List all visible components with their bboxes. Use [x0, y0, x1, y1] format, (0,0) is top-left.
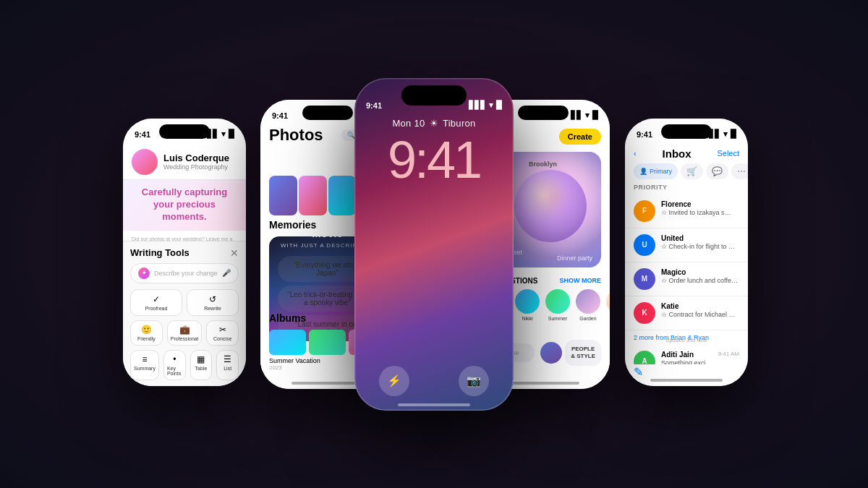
lock-bottom-buttons: ⚡ 📷 [354, 366, 514, 396]
writing-screen: 9:41 ▋▋ ▾ ▉ Luis Coderque Wedding Photog… [123, 119, 246, 386]
back-button[interactable]: ‹ [634, 149, 637, 158]
notch [159, 124, 210, 139]
flashlight-button[interactable]: ⚡ [379, 366, 409, 396]
ai-spark-icon: ✦ [138, 267, 150, 279]
people-style-label: PEOPLE & STYLE [571, 346, 595, 359]
flashlight-icon: ⚡ [387, 374, 401, 388]
mail-item-katie[interactable]: K Katie ☆ Contract for Michael Robinson'… [625, 296, 748, 330]
status-time: 9:41 [135, 130, 150, 139]
priority-label: PRIORITY [634, 184, 668, 191]
people-style-button[interactable]: PEOPLE & STYLE [565, 340, 601, 365]
concise-icon: ✂ [219, 325, 226, 335]
rewrite-icon: ↺ [209, 294, 216, 304]
friendly-icon: 🙂 [141, 325, 152, 335]
mail-item-florence[interactable]: F Florence ☆ Invited to Izakaya soft ope… [625, 194, 748, 228]
lock-screen: 9:41 ▋▋▋ ▾ ▉ Mon 10 ☀ Tiburon 9:41 ⚡ [354, 78, 514, 411]
proofread-icon: ✓ [153, 294, 160, 304]
avatar-fantasy: Fantasy [606, 289, 610, 321]
compose-icon[interactable]: ✎ [634, 365, 643, 379]
rewrite-button[interactable]: ↺ Rewrite [187, 289, 239, 316]
mail-tabs: 👤 Primary 🛒 💬 ⋯ [625, 163, 748, 179]
avatar-circle-summer[interactable] [545, 289, 570, 314]
avatar-label-garden: Garden [579, 316, 596, 321]
tab-shopping[interactable]: 🛒 [681, 163, 703, 179]
tab-primary[interactable]: 👤 Primary [634, 163, 678, 179]
mic-icon[interactable]: 🎤 [222, 269, 231, 277]
wifi-icon: ▾ [489, 100, 493, 110]
wt-input[interactable]: ✦ Describe your change 🎤 [130, 263, 239, 283]
professional-label: Professional [171, 336, 199, 341]
writing-tools-panel: Writing Tools ✕ ✦ Describe your change 🎤… [123, 241, 246, 386]
close-icon[interactable]: ✕ [230, 247, 239, 259]
camera-button[interactable]: 📷 [459, 366, 489, 396]
proofread-button[interactable]: ✓ Proofread [130, 289, 182, 316]
phone-writing-tools: 9:41 ▋▋ ▾ ▉ Luis Coderque Wedding Photog… [123, 119, 246, 386]
album-thumb-2 [309, 330, 346, 355]
sender-united: United [661, 234, 739, 242]
writing-tools-title: Writing Tools [130, 247, 190, 258]
summary-button[interactable]: ≡ Summary [130, 350, 159, 380]
dinner-party-label: Dinner party [557, 254, 592, 262]
camera-icon: 📷 [467, 374, 481, 388]
avatar-florence: F [634, 200, 655, 222]
mail-item-magico[interactable]: M Magico ☆ Order lunch and coffee for Ne… [625, 262, 748, 296]
tab-more[interactable]: ⋯ [731, 163, 748, 179]
mail-item-united[interactable]: U United ☆ Check-in for flight to Newark… [625, 228, 748, 262]
mail-screen: 9:41 ▋▋ ▾ ▉ ‹ Inbox Select 👤 Primary [625, 119, 748, 386]
wt-buttons-row3: ≡ Summary • Key Points ▦ Table ☰ List [130, 350, 239, 380]
sender-aditi: Aditi Jain [661, 351, 712, 359]
list-button[interactable]: ☰ List [216, 350, 239, 380]
home-indicator [507, 382, 579, 385]
thumb-1 [269, 176, 297, 215]
user-name: Luis Coderque [163, 153, 237, 163]
subject-aditi: Something exciting [661, 359, 712, 364]
wt-buttons-row1: ✓ Proofread ↺ Rewrite [130, 289, 239, 316]
status-icons: ▋▋ ▾ ▉ [709, 129, 736, 139]
subject-florence: ☆ Invited to Izakaya soft opening by Flo… [661, 209, 733, 216]
albums-title: Albums [269, 312, 306, 324]
avatar-circle-garden[interactable] [576, 289, 600, 314]
mail-content-aditi: Aditi Jain Something exciting YA sci-fi … [661, 351, 712, 364]
wt-placeholder: Describe your change [154, 270, 218, 277]
sender-florence: Florence [661, 200, 733, 208]
updated-label: Updated Just Now [625, 338, 748, 343]
avatar-circle-fantasy[interactable] [606, 289, 610, 314]
signal-icon: ▋▋ [571, 111, 582, 120]
mail-item-aditi[interactable]: A Aditi Jain Something exciting YA sci-f… [625, 345, 748, 364]
list-label: List [224, 366, 231, 371]
wifi-icon: ▾ [723, 129, 728, 139]
tab-social[interactable]: 💬 [706, 163, 728, 179]
mail-content-katie: Katie ☆ Contract for Michael Robinson's … [661, 302, 739, 324]
writing-user-info: Luis Coderque Wedding Photography [158, 153, 237, 171]
lock-time: 9:41 [388, 130, 480, 189]
friendly-button[interactable]: 🙂 Friendly [130, 320, 163, 346]
primary-label: Primary [650, 168, 672, 175]
select-button[interactable]: Select [717, 149, 739, 158]
mail-content-united: United ☆ Check-in for flight to Newark E… [661, 234, 739, 256]
show-more-button[interactable]: SHOW MORE [560, 277, 602, 285]
brooklyn-label: Brooklyn [529, 160, 557, 168]
status-time: 9:41 [637, 130, 652, 139]
avatar-united: U [634, 234, 655, 256]
avatar-garden: Garden [576, 289, 600, 321]
keypoints-button[interactable]: • Key Points [163, 350, 186, 380]
concise-button[interactable]: ✂ Concise [206, 320, 239, 346]
avatar-magico: M [634, 268, 655, 290]
wifi-icon: ▾ [585, 111, 590, 120]
avatar-aditi: A [634, 351, 655, 364]
notch [661, 124, 712, 139]
rewrite-label: Rewrite [204, 306, 221, 311]
table-icon: ▦ [197, 354, 205, 364]
subject-united: ☆ Check-in for flight to Newark EWR from… [661, 243, 739, 250]
table-button[interactable]: ▦ Table [190, 350, 213, 380]
album-thumb-1 [269, 330, 306, 355]
people-avatar: PEOPLE & STYLE [540, 340, 601, 365]
mail-list: F Florence ☆ Invited to Izakaya soft ope… [625, 194, 748, 364]
people-avatar-img [540, 342, 562, 364]
professional-button[interactable]: 💼 Professional [167, 320, 203, 346]
notch [518, 106, 569, 120]
professional-icon: 💼 [179, 325, 190, 335]
notch [302, 106, 353, 120]
avatar-nikki: Nikki [515, 289, 540, 321]
avatar-circle-nikki[interactable] [515, 289, 540, 314]
